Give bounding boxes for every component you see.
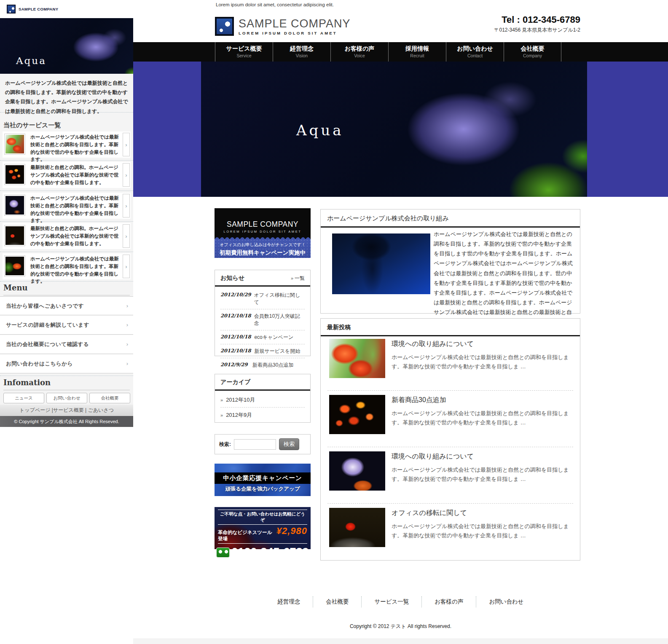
chevron-right-icon[interactable]: ›	[123, 224, 130, 248]
menu-item-contact[interactable]: お問い合わせはこちらから ›	[0, 354, 133, 373]
post-excerpt: ホームページサンプル株式会社では最新技術と自然との調和を目指します。革新的な技術…	[392, 409, 571, 427]
service-list-item[interactable]: 最新技術と自然との調和。ホームページサンプル株式会社では革新的な技術で世の中を動…	[3, 162, 131, 188]
nav-label-en: Service	[215, 53, 273, 58]
post-title[interactable]: 環境への取り組みについて	[392, 452, 474, 461]
hero-aquarium-image: Aqua	[201, 62, 587, 197]
news-more-link[interactable]: »一覧	[291, 275, 305, 282]
search-button[interactable]: 検索	[279, 438, 299, 450]
archive-link[interactable]: »2012年10月	[220, 392, 305, 408]
services-section-title: 当社のサービス一覧	[3, 121, 130, 132]
news-link[interactable]: ecoキャンペーン	[254, 334, 293, 341]
nav-contact[interactable]: お問い合わせ Contact	[446, 42, 504, 62]
mobile-logo-text[interactable]: SAMPLE COMPANY	[19, 7, 58, 11]
news-list: 2012/10/29 オフィス移転に関して 2012/10/18 会員数10万人…	[215, 287, 310, 372]
post-item: オフィスの移転に関して ホームページサンプル株式会社では最新技術と自然との調和を…	[329, 508, 571, 555]
chevron-right-icon[interactable]: ›	[123, 255, 130, 278]
service-thumbnail[interactable]	[4, 164, 25, 185]
service-thumbnail[interactable]	[4, 134, 25, 155]
small-red-fish-image	[5, 226, 24, 245]
news-link[interactable]: 新規サービスを開始	[254, 348, 300, 355]
post-thumbnail[interactable]	[329, 451, 385, 491]
site-copyright: Copyright © 2012 テスト All rights Reserved…	[133, 623, 668, 630]
company-logo-icon[interactable]	[7, 5, 16, 13]
news-title: お知らせ	[220, 274, 244, 282]
menu-item-label: お問い合わせはこちらから	[6, 360, 73, 368]
news-date: 2012/9/29	[220, 362, 249, 369]
news-button[interactable]: ニュース	[3, 393, 44, 403]
post-title[interactable]: 新着商品30点追加	[392, 396, 446, 405]
logo-text-block: SAMPLE COMPANY LOREM IPSUM DOLOR SIT AME…	[239, 17, 351, 35]
chevron-right-icon[interactable]: ›	[123, 163, 130, 187]
menu-item-company[interactable]: 当社の会社概要について確認する ›	[0, 335, 133, 354]
post-thumbnail[interactable]	[329, 339, 385, 378]
menu-item-service-detail[interactable]: サービスの詳細を解説しています ›	[0, 316, 133, 335]
service-list-item[interactable]: ホームページサンプル株式会社では最新技術と自然との調和を目指します。革新的な技術…	[3, 253, 131, 279]
postal-address: 〒012-3456 見本県見本市サンプル1-2	[494, 27, 580, 34]
chevron-right-icon[interactable]: ›	[123, 194, 130, 217]
campaign-line2: 頑張る企業を強力バックアップ	[215, 486, 311, 493]
banner-company-sub: LOREM IPSUM DOLOR SIT AMET	[224, 230, 302, 233]
nav-label-en: Recruit	[389, 53, 446, 58]
nav-recruit[interactable]: 採用情報 Recruit	[388, 42, 446, 62]
latest-posts-box: 最新投稿 環境への取り組みについて ホームページサンプル株式会社では最新技術と自…	[320, 318, 580, 561]
footer-link-voice[interactable]: お客様の声	[421, 596, 476, 607]
service-list-item[interactable]: ホームページサンプル株式会社では最新技術と自然との調和を目指します。革新的な技術…	[3, 193, 131, 219]
company-logo-icon	[215, 17, 234, 36]
mobile-header: SAMPLE COMPANY	[0, 0, 133, 18]
main-navigation: サービス概要 Service 経営理念 Vision お客様の声 Voice 採…	[133, 42, 668, 62]
footer-link-services[interactable]: サービス一覧	[361, 596, 421, 607]
nav-voice[interactable]: お客様の声 Voice	[330, 42, 388, 62]
news-date: 2012/10/18	[220, 348, 251, 355]
site-logo[interactable]: SAMPLE COMPANY LOREM IPSUM DOLOR SIT AME…	[215, 17, 351, 36]
nav-vision[interactable]: 経営理念 Vision	[273, 42, 330, 62]
service-thumbnail[interactable]	[4, 195, 25, 216]
archive-link[interactable]: »2012年9月	[220, 408, 305, 422]
service-thumbnail[interactable]	[4, 255, 25, 276]
contact-button[interactable]: お問い合わせ	[46, 393, 87, 403]
news-link[interactable]: 新着商品30点追加	[252, 362, 293, 369]
post-excerpt: ホームページサンプル株式会社では最新技術と自然との調和を目指します。革新的な技術…	[392, 353, 571, 371]
service-list-item[interactable]: 最新技術と自然との調和。ホームページサンプル株式会社では革新的な技術で世の中を動…	[3, 223, 131, 249]
post-thumbnail[interactable]	[329, 395, 385, 434]
service-thumbnail[interactable]	[4, 225, 25, 246]
campaign-banner[interactable]: 中小企業応援キャンペーン 頑張る企業を強力バックアップ	[215, 464, 311, 496]
search-widget: 検索: 検索	[215, 434, 311, 454]
nav-company[interactable]: 会社概要 Company	[504, 42, 561, 62]
service-text: ホームページサンプル株式会社では最新技術と自然との調和を目指します。革新的な技術…	[30, 195, 121, 225]
sidebar-logo-banner[interactable]: SAMPLE COMPANY LOREM IPSUM DOLOR SIT AME…	[215, 208, 311, 258]
post-thumbnail[interactable]	[329, 508, 385, 547]
menu-item-label: 当社の会社概要について確認する	[6, 341, 89, 348]
archive-widget-header: アーカイブ	[215, 374, 310, 389]
news-date: 2012/10/29	[220, 292, 251, 306]
phone-banner-number-row: 0120-345-6789	[215, 546, 311, 559]
post-title[interactable]: 環境への取り組みについて	[392, 340, 474, 349]
footer-link-contact[interactable]: お問い合わせ	[476, 596, 536, 607]
price-text: ¥2,980	[276, 526, 307, 537]
goldfish-green-image	[5, 257, 24, 275]
footer-link-vision[interactable]: 経営理念	[265, 596, 313, 607]
nav-label-en: Company	[504, 53, 561, 58]
service-list-item[interactable]: ホームページサンプル株式会社では最新技術と自然との調和を目指します。革新的な技術…	[3, 131, 131, 158]
footer-link-company[interactable]: 会社概要	[313, 596, 361, 607]
divider	[327, 390, 573, 391]
phone-number: Tel : 012-345-6789	[494, 14, 580, 25]
chevron-right-icon: ›	[126, 322, 128, 328]
footer-links: 経営理念会社概要サービス一覧お客様の声お問い合わせ	[133, 596, 668, 607]
news-link[interactable]: オフィス移転に関して	[254, 292, 305, 306]
article-body: ホームページサンプル株式会社では最新技術と自然との調和を目指します。革新的な技術…	[434, 229, 573, 327]
chevron-right-icon[interactable]: ›	[123, 133, 130, 156]
nav-label-jp: 採用情報	[389, 45, 446, 53]
mobile-footer-links[interactable]: トップページ |サービス概要 | ごあいさつ	[0, 405, 133, 416]
page: SAMPLE COMPANY Aqua ホームページサンプル株式会社では最新技術…	[0, 0, 668, 644]
phone-banner[interactable]: ご不明な点・お問い合わせはお気軽にどうぞ 革命的なビジネスツール登場 ¥2,98…	[215, 507, 311, 549]
divider	[0, 112, 133, 113]
menu-item-greeting[interactable]: 当社から皆様へごあいさつです ›	[0, 296, 133, 315]
company-button[interactable]: 会社概要	[89, 393, 130, 403]
post-title[interactable]: オフィスの移転に関して	[392, 509, 467, 518]
search-input[interactable]	[234, 439, 276, 450]
nav-service[interactable]: サービス概要 Service	[215, 42, 273, 62]
news-link[interactable]: 会員数10万人突破記念	[254, 313, 305, 327]
nav-label-en: Contact	[446, 53, 504, 58]
mobile-panel: SAMPLE COMPANY Aqua ホームページサンプル株式会社では最新技術…	[0, 0, 133, 644]
mobile-intro-text: ホームページサンプル株式会社では最新技術と自然との調和を目指します。革新的な技術…	[5, 78, 128, 116]
